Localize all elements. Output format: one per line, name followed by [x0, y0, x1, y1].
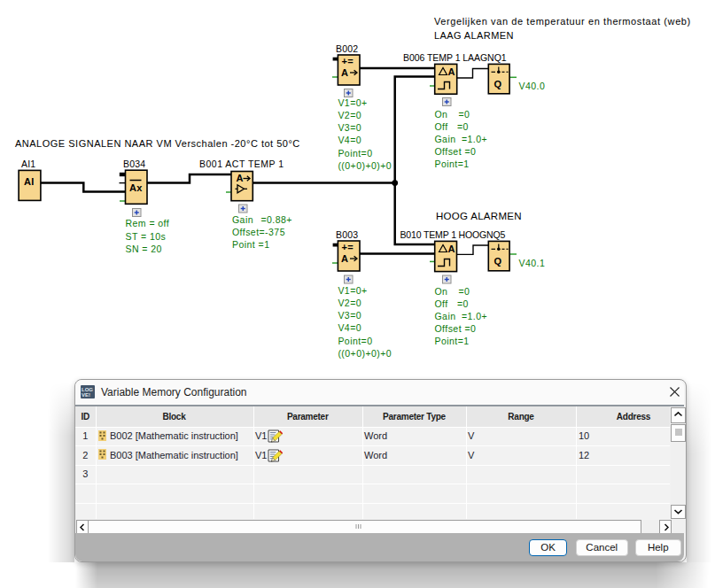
svg-text:+=: += — [342, 242, 354, 252]
svg-text:((0+0)+0)+0: ((0+0)+0)+0 — [338, 348, 392, 359]
svg-text:Q: Q — [494, 79, 502, 89]
svg-text:Offset =0: Offset =0 — [435, 146, 477, 157]
svg-text:((0+0)+0)+0: ((0+0)+0)+0 — [338, 160, 392, 171]
svg-text:Off: Off — [435, 121, 448, 132]
svg-text:V4=0: V4=0 — [338, 322, 361, 333]
svg-text:Rem = off: Rem = off — [126, 218, 170, 228]
svg-text:Gain: Gain — [232, 214, 253, 225]
svg-text:Point =1: Point =1 — [232, 239, 269, 250]
svg-text:ST = 10s: ST = 10s — [126, 231, 167, 242]
svg-text:=1.0+: =1.0+ — [462, 311, 487, 321]
svg-text:V1=0+: V1=0+ — [338, 97, 367, 108]
svg-text:B002: B002 — [336, 43, 358, 54]
svg-text:V2=0: V2=0 — [338, 298, 361, 308]
svg-text:V3=0: V3=0 — [338, 122, 361, 133]
svg-text:B006 TEMP 1 LAAGNQ1: B006 TEMP 1 LAAGNQ1 — [403, 52, 507, 63]
svg-text:V40.0: V40.0 — [519, 81, 546, 91]
svg-text:Point=0: Point=0 — [338, 336, 372, 346]
svg-text:A: A — [448, 66, 455, 77]
svg-text:On: On — [435, 286, 448, 297]
svg-text:A: A — [448, 244, 455, 254]
svg-text:A: A — [341, 67, 348, 78]
svg-text:HOOG ALARMEN: HOOG ALARMEN — [436, 211, 522, 221]
svg-text:Gain: Gain — [435, 134, 456, 144]
svg-text:Off: Off — [435, 298, 448, 309]
svg-text:V1=0+: V1=0+ — [338, 285, 367, 296]
svg-text:Q: Q — [494, 256, 502, 267]
svg-text:=0: =0 — [457, 121, 469, 132]
svg-text:B001 ACT TEMP 1: B001 ACT TEMP 1 — [199, 159, 284, 169]
svg-text:AI1: AI1 — [21, 159, 35, 169]
svg-text:SN = 20: SN = 20 — [126, 244, 162, 254]
svg-text:V2=0: V2=0 — [338, 110, 361, 120]
svg-text:Point=0: Point=0 — [338, 148, 372, 159]
svg-text:=0.88+: =0.88+ — [261, 214, 292, 225]
svg-text:LAAG ALARMEN: LAAG ALARMEN — [434, 30, 514, 41]
svg-text:On: On — [435, 109, 448, 120]
svg-text:Gain: Gain — [435, 311, 456, 321]
svg-text:V4=0: V4=0 — [338, 135, 361, 145]
svg-text:Vergelijken van de temperatuur: Vergelijken van de temperatuur en thermo… — [434, 16, 691, 27]
svg-text:B034: B034 — [123, 159, 145, 169]
svg-text:Point=1: Point=1 — [435, 336, 470, 346]
svg-text:=0: =0 — [457, 298, 469, 309]
svg-text:+=: += — [342, 56, 354, 66]
svg-text:=1.0+: =1.0+ — [462, 134, 487, 144]
svg-text:Offset=-375: Offset=-375 — [232, 227, 285, 237]
svg-text:A: A — [237, 173, 244, 183]
svg-text:AI: AI — [24, 176, 35, 187]
svg-text:ANALOGE SIGNALEN NAAR VM Versc: ANALOGE SIGNALEN NAAR VM Verschalen -20°… — [15, 138, 300, 149]
svg-text:V3=0: V3=0 — [338, 310, 361, 321]
svg-text:A: A — [341, 253, 348, 264]
svg-text:B003: B003 — [336, 229, 358, 240]
svg-text:V40.1: V40.1 — [519, 258, 546, 268]
svg-text:Point=1: Point=1 — [435, 159, 470, 169]
svg-text:B010 TEMP 1 HOOGNQ5: B010 TEMP 1 HOOGNQ5 — [400, 229, 506, 240]
svg-text:Ax: Ax — [129, 182, 143, 193]
svg-text:=0: =0 — [459, 109, 470, 120]
svg-text:=0: =0 — [459, 286, 470, 297]
svg-text:Offset =0: Offset =0 — [435, 323, 477, 334]
